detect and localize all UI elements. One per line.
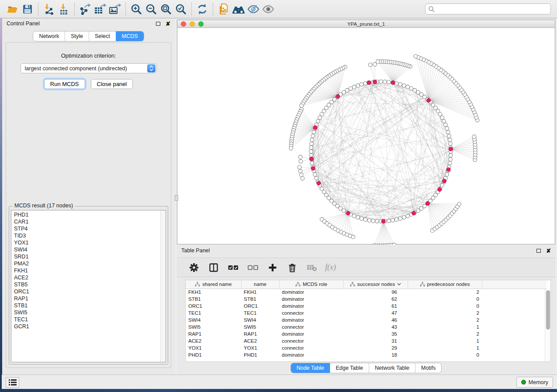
table-row[interactable]: ORC1ORC1dominator610 — [186, 303, 547, 309]
cell-shared-name[interactable]: YOX1 — [186, 344, 241, 351]
cell-successor-nodes[interactable]: 46 — [343, 316, 408, 323]
cell-successor-nodes[interactable]: 18 — [343, 351, 408, 358]
tab-select[interactable]: Select — [89, 31, 116, 41]
cell-MCDS-role[interactable]: connector — [279, 323, 343, 330]
cell-successor-nodes[interactable]: 61 — [343, 303, 408, 309]
cell-name[interactable]: TEC1 — [241, 309, 279, 316]
import-network-button[interactable] — [42, 2, 56, 17]
zoom-in-button[interactable] — [129, 2, 144, 17]
apply-layout-button[interactable] — [195, 2, 210, 17]
hide-selected-button[interactable] — [246, 2, 261, 17]
deselect-all-button[interactable] — [246, 261, 259, 274]
cell-shared-name[interactable]: FKH1 — [186, 289, 241, 296]
tab-mcds[interactable]: MCDS — [116, 31, 144, 41]
delete-column-button[interactable] — [286, 261, 299, 274]
table-options-button[interactable] — [187, 261, 201, 274]
cell-shared-name[interactable]: ORC1 — [186, 303, 241, 309]
table-scrollbar-thumb[interactable] — [546, 290, 550, 330]
export-network-button[interactable] — [78, 2, 93, 17]
cell-MCDS-role[interactable]: dominator — [279, 351, 343, 358]
cell-successor-nodes[interactable]: 31 — [343, 337, 408, 344]
cell-MCDS-role[interactable]: dominator — [279, 303, 343, 309]
splitpane-divider-handle[interactable] — [175, 195, 178, 201]
run-mcds-button[interactable]: Run MCDS — [44, 79, 85, 89]
close-panel-icon[interactable]: ✘ — [166, 21, 170, 27]
select-all-button[interactable] — [227, 261, 240, 274]
cell-name[interactable]: RAP1 — [241, 330, 279, 337]
tab-style[interactable]: Style — [65, 31, 89, 41]
float-window-icon[interactable] — [536, 249, 541, 253]
table-row[interactable]: STB1STB1dominator620 — [186, 296, 547, 303]
delete-table-button-disabled[interactable] — [305, 261, 318, 274]
cell-predecessor-nodes[interactable]: 2 — [408, 309, 482, 316]
mcds-node-item[interactable]: PHD1 — [14, 211, 166, 218]
mcds-result-list[interactable]: PHD1CAR1STP4TID3YOX1SWI4SRD1PMA2FKH1ACE2… — [11, 210, 166, 362]
cell-predecessor-nodes[interactable]: 0 — [408, 296, 482, 303]
clone-network-button[interactable] — [216, 2, 231, 17]
cell-MCDS-role[interactable]: connector — [279, 309, 343, 316]
memory-button[interactable]: Memory — [516, 377, 553, 388]
mcds-node-item[interactable]: GCR1 — [14, 323, 166, 330]
column-header-predecessor-nodes[interactable]: predecessor nodes — [408, 280, 482, 289]
fit-content-button[interactable] — [159, 2, 173, 17]
cell-successor-nodes[interactable]: 96 — [343, 289, 408, 296]
tab-node-table[interactable]: Node Table — [291, 363, 330, 373]
cell-MCDS-role[interactable]: dominator — [279, 296, 343, 303]
cell-name[interactable]: YOX1 — [241, 344, 279, 351]
show-columns-button[interactable] — [207, 261, 220, 274]
table-row[interactable]: PHD1PHD1dominator180 — [186, 351, 547, 358]
tab-edge-table[interactable]: Edge Table — [330, 363, 369, 373]
table-row[interactable]: TEC1TEC1connector472 — [186, 309, 547, 316]
column-header-successor-nodes[interactable]: successor nodes — [343, 280, 408, 289]
mcds-node-item[interactable]: FKH1 — [14, 267, 166, 274]
cell-predecessor-nodes[interactable]: 2 — [408, 330, 482, 337]
tab-motifs[interactable]: Motifs — [415, 363, 441, 373]
open-session-button[interactable] — [5, 2, 20, 17]
cell-predecessor-nodes[interactable]: 0 — [408, 303, 482, 309]
zoom-selected-button[interactable] — [173, 2, 188, 17]
close-panel-icon[interactable]: ✘ — [546, 248, 551, 254]
network-canvas[interactable] — [177, 28, 555, 244]
table-row[interactable]: YOX1YOX1connector291 — [186, 344, 547, 351]
cell-MCDS-role[interactable]: dominator — [279, 289, 343, 296]
cell-predecessor-nodes[interactable]: 2 — [408, 289, 482, 296]
function-builder-button-disabled[interactable]: f(x) — [325, 263, 336, 272]
import-table-button[interactable] — [56, 2, 71, 17]
cell-shared-name[interactable]: TEC1 — [186, 309, 241, 316]
cell-MCDS-role[interactable]: connector — [279, 344, 343, 351]
column-header-name[interactable]: name — [241, 280, 279, 289]
network-window-titlebar[interactable]: YPA_prune.txt_1 — [177, 20, 555, 28]
cell-name[interactable]: SWI4 — [241, 316, 279, 323]
table-row[interactable]: SWI5SWI5connector431 — [186, 323, 547, 330]
cell-predecessor-nodes[interactable]: 1 — [408, 337, 482, 344]
cell-MCDS-role[interactable]: dominator — [279, 330, 343, 337]
mcds-node-item[interactable]: ORC1 — [14, 288, 166, 295]
tab-network[interactable]: Network — [33, 31, 65, 41]
export-image-button[interactable] — [107, 2, 122, 17]
mcds-node-item[interactable]: STB5 — [14, 281, 166, 288]
cell-successor-nodes[interactable]: 35 — [343, 330, 408, 337]
cell-successor-nodes[interactable]: 62 — [343, 296, 408, 303]
float-window-icon[interactable] — [156, 22, 160, 26]
add-column-button[interactable] — [266, 261, 279, 274]
cell-name[interactable]: FKH1 — [241, 289, 279, 296]
cell-MCDS-role[interactable]: connector — [279, 337, 343, 344]
cell-shared-name[interactable]: SWI4 — [186, 316, 241, 323]
mcds-node-item[interactable]: TEC1 — [14, 316, 166, 323]
cell-successor-nodes[interactable]: 47 — [343, 309, 408, 316]
search-input[interactable] — [435, 5, 550, 14]
column-header-shared-name[interactable]: shared name — [186, 280, 241, 289]
cell-successor-nodes[interactable]: 43 — [343, 323, 408, 330]
cell-shared-name[interactable]: SWI5 — [186, 323, 241, 330]
cell-predecessor-nodes[interactable]: 1 — [408, 323, 482, 330]
cell-successor-nodes[interactable]: 29 — [343, 344, 408, 351]
find-nodes-button[interactable] — [231, 2, 246, 17]
mcds-node-item[interactable]: CAR1 — [14, 218, 166, 225]
table-row[interactable]: ACE2ACE2connector311 — [186, 337, 547, 344]
cell-MCDS-role[interactable]: dominator — [279, 316, 343, 323]
table-row[interactable]: RAP1RAP1dominator352 — [186, 330, 547, 337]
mcds-node-item[interactable]: PMA2 — [14, 260, 166, 267]
mcds-node-item[interactable]: SWI5 — [14, 309, 166, 316]
mcds-node-item[interactable]: TID3 — [14, 232, 166, 239]
mcds-node-item[interactable]: RAP1 — [14, 295, 166, 302]
